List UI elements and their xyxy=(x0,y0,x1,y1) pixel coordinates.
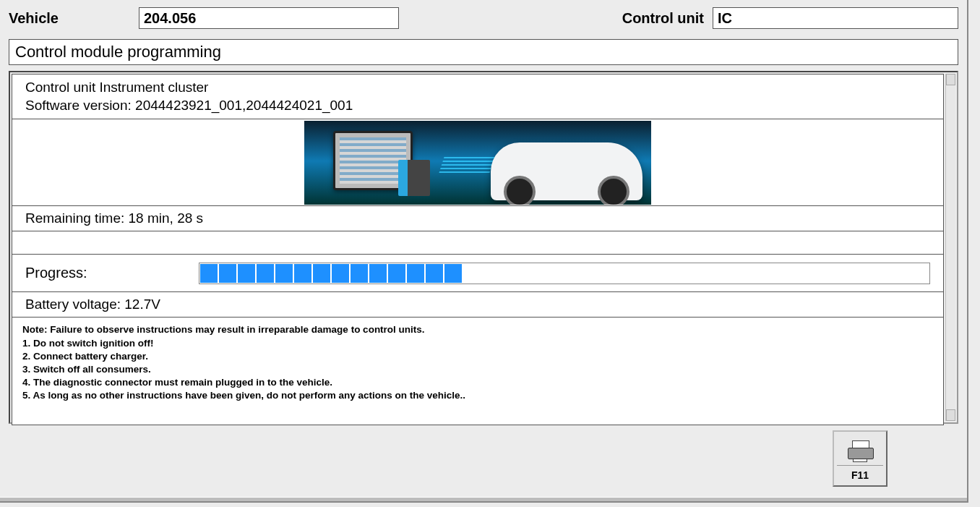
print-button[interactable]: F11 xyxy=(833,430,887,487)
note-item: 2. Connect battery charger. xyxy=(22,350,933,363)
progress-segment xyxy=(313,264,330,283)
remaining-time: Remaining time: 18 min, 28 s xyxy=(12,206,944,231)
progress-segment xyxy=(351,264,368,283)
control-unit-label: Control unit xyxy=(622,10,704,27)
module-info: Control unit Instrument cluster Software… xyxy=(12,74,944,119)
progress-row: Progress: xyxy=(12,255,944,292)
print-key-label: F11 xyxy=(851,469,869,481)
control-unit-input[interactable] xyxy=(713,7,958,29)
progress-segment xyxy=(219,264,236,283)
progress-segment xyxy=(257,264,274,283)
progress-segment xyxy=(238,264,255,283)
note-item: 5. As long as no other instructions have… xyxy=(22,389,933,402)
notes-cell: Note: Failure to observe instructions ma… xyxy=(12,318,944,425)
app-window: Vehicle Control unit Control module prog… xyxy=(0,0,968,503)
header-row: Vehicle Control unit xyxy=(9,7,958,29)
vehicle-input[interactable] xyxy=(139,7,399,29)
note-item: 3. Switch off all consumers. xyxy=(22,363,933,376)
progress-segment xyxy=(332,264,349,283)
progress-segment xyxy=(275,264,293,283)
module-name: Control unit Instrument cluster xyxy=(25,79,930,97)
content-frame: Control unit Instrument cluster Software… xyxy=(9,71,958,424)
page-title: Control module programming xyxy=(9,39,958,65)
progress-segment xyxy=(388,264,405,283)
progress-segment xyxy=(294,264,311,283)
footer-buttons: F11 xyxy=(833,430,887,487)
status-strip xyxy=(0,497,967,501)
software-version: Software version: 2044423921_001,2044424… xyxy=(25,97,930,115)
note-item: 1. Do not switch ignition off! xyxy=(22,337,933,350)
progress-bar xyxy=(199,263,930,284)
vertical-scrollbar[interactable] xyxy=(945,74,955,421)
progress-segment xyxy=(369,264,387,283)
progress-label: Progress: xyxy=(25,265,199,281)
progress-segment xyxy=(407,264,424,283)
empty-cell xyxy=(12,231,944,255)
printer-icon xyxy=(848,440,872,461)
illustration-cell xyxy=(12,119,944,206)
note-item: 4. The diagnostic connector must remain … xyxy=(22,376,933,389)
diagnostic-illustration-icon xyxy=(304,121,651,205)
vehicle-label: Vehicle xyxy=(9,10,139,27)
note-title: Note: Failure to observe instructions ma… xyxy=(22,323,933,336)
progress-segment xyxy=(426,264,443,283)
battery-voltage: Battery voltage: 12.7V xyxy=(12,292,944,318)
progress-segment xyxy=(444,264,462,283)
progress-segment xyxy=(200,264,218,283)
